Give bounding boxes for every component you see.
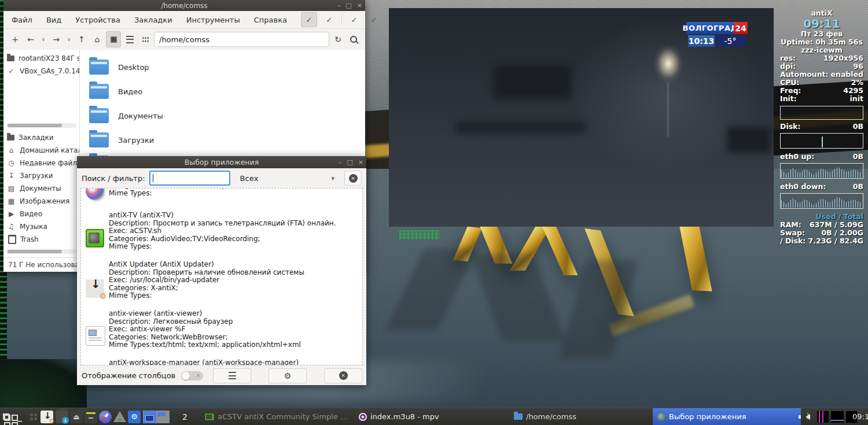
workspace-1-active[interactable] [144, 411, 156, 423]
place-home[interactable]: ⌂ Домашний каталог [3, 144, 79, 157]
new-tab-button[interactable]: + [8, 32, 22, 47]
launcher-screenshot[interactable] [84, 408, 97, 425]
conky-disk-value: 0B [853, 123, 863, 131]
back-button[interactable]: ← [24, 32, 38, 47]
up-button[interactable]: ↑ [75, 32, 89, 47]
dialog-maximize-button[interactable]: □ [347, 158, 352, 166]
device-item-vbox[interactable]: ✓ VBox_GAs_7.0.14 51 [3, 65, 79, 77]
mpv-video-window[interactable]: ВОЛГОГРАД 24 10:13 -5° [389, 8, 774, 227]
path-input[interactable] [154, 32, 329, 47]
list-view-button[interactable] [123, 32, 137, 47]
network-monitor[interactable] [831, 408, 844, 425]
task-acstv[interactable]: aCSTV antiX Community Simple TV Стартер [200, 408, 355, 425]
launcher-browser[interactable] [99, 408, 112, 425]
folder-row-documents[interactable]: Документы [89, 104, 163, 127]
back-history-dropdown[interactable]: ∨ [39, 32, 47, 47]
sidebar-scrollbar-bottom[interactable] [6, 249, 76, 254]
view-toggle-4[interactable]: ✓ [366, 13, 381, 27]
cpu-monitor[interactable] [817, 408, 829, 425]
task-mpv[interactable]: index.m3u8 - mpv [354, 408, 473, 425]
window-list-button[interactable] [30, 408, 37, 425]
menu-help[interactable]: Справка [254, 16, 287, 24]
folder-row-desktop[interactable]: Desktop [89, 56, 149, 79]
dialog-titlebar[interactable]: Выбор приложения – □ × [77, 156, 366, 168]
launcher-control-centre[interactable]: ⚙ [128, 408, 141, 425]
columns-toggle-label: Отображение столбцов [82, 371, 175, 380]
list-item-antix-tv[interactable]: antiX-TV (antiX-TV) Description: Просмот… [86, 212, 360, 251]
viewer-icon [86, 326, 105, 346]
video-icon: ▶ [7, 210, 16, 218]
list-item-antix-viewer[interactable]: antix-viewer (antix-viewer) Description:… [86, 310, 360, 349]
folder-row-downloads[interactable]: Загрузки [89, 128, 154, 151]
item-description: Description: Легковесный браузер [109, 318, 360, 326]
place-music[interactable]: ♫ Музыка [3, 220, 79, 233]
menu-view[interactable]: Вид [46, 16, 61, 24]
place-trash[interactable]: Trash [3, 233, 79, 246]
speaker-icon [806, 414, 810, 420]
place-bookmarks[interactable]: Закладки [3, 131, 79, 144]
device-item-root[interactable]: rootantiX23 84Г sda1 [3, 52, 79, 65]
menu-button[interactable] [213, 368, 251, 383]
clear-search-button[interactable]: × [344, 171, 362, 186]
forward-history-dropdown[interactable]: ∨ [65, 32, 73, 47]
search-button[interactable] [347, 32, 361, 47]
menu-file[interactable]: Файл [12, 16, 32, 24]
view-toggle-2[interactable]: ✓ [322, 13, 337, 27]
search-input[interactable] [149, 171, 230, 186]
conky-rootdisk-label: / Disk: [780, 237, 806, 245]
place-label: Документы [20, 184, 61, 193]
maximize-button[interactable]: □ [345, 2, 351, 9]
home-icon: ⌂ [7, 146, 16, 154]
place-documents[interactable]: ▤ Документы [3, 182, 79, 195]
menu-grid-icon [4, 415, 10, 421]
view-toggle-3[interactable]: ✓ [347, 13, 362, 27]
launcher-package-installer[interactable] [56, 408, 68, 425]
refresh-button[interactable]: ↻ [331, 32, 345, 47]
folder-label: Desktop [118, 63, 149, 72]
compact-view-button[interactable] [138, 32, 152, 47]
conky-widget: antiX 09:11 Пт 23 фев Uptime: 0h 35m 56s… [780, 9, 863, 245]
volume-button[interactable] [806, 408, 810, 425]
menu-tools[interactable]: Инструменты [186, 16, 240, 24]
menu-devices[interactable]: Устройства [75, 16, 120, 24]
place-pictures[interactable]: ▦ Изображения [3, 195, 79, 208]
menu-bookmarks[interactable]: Закладки [134, 16, 172, 24]
filter-selected-value: Всех [240, 174, 259, 183]
workspace-2[interactable] [156, 411, 169, 423]
dialog-close-button[interactable]: × [358, 158, 363, 166]
task-app-chooser-active[interactable]: Выбор приложения [653, 408, 801, 425]
sidebar-scrollbar-top[interactable] [6, 123, 76, 128]
launcher-updater[interactable] [41, 408, 53, 425]
item-categories: Categories: AudioVideo;TV;VideoRecording… [109, 235, 360, 243]
file-manager-titlebar[interactable]: /home/comss – □ × [3, 0, 365, 11]
application-list[interactable]: Categories: AudioVideo;Audio;Equaliser; … [80, 188, 363, 365]
workspace-switcher[interactable] [143, 408, 170, 425]
list-item-workspace-manager[interactable]: antiX-workspace-manager (antiX-workspace… [86, 359, 360, 365]
forward-button[interactable]: → [49, 32, 63, 47]
app-menu-button[interactable] [3, 408, 9, 425]
show-desktop-button[interactable]: _ [17, 408, 22, 425]
launcher-mountain-app[interactable] [113, 408, 126, 425]
filter-dropdown[interactable]: Всех ▾ [234, 171, 340, 185]
columns-toggle-switch[interactable]: × [181, 371, 203, 380]
close-button[interactable]: × [357, 2, 362, 9]
tv-icon [86, 229, 104, 247]
home-button[interactable]: ⌂ [90, 32, 104, 47]
place-videos[interactable]: ▶ Видео [3, 208, 79, 220]
task-file-manager[interactable]: /home/comss [509, 408, 652, 425]
view-toggle-1-checked[interactable]: ✓ [301, 12, 317, 27]
conky-eth-up-value: 0B [853, 153, 863, 161]
minimize-button[interactable]: – [337, 2, 341, 9]
list-item-equalizer[interactable]: Categories: AudioVideo;Audio;Equaliser; … [86, 188, 360, 197]
folder-row-video[interactable]: Видео [89, 80, 142, 103]
dialog-minimize-button[interactable]: – [339, 158, 342, 166]
dialog-quit-button[interactable]: × [324, 368, 362, 383]
place-recent[interactable]: ◷ Недавние файлы [3, 157, 79, 169]
settings-button[interactable]: ⚙ [269, 368, 307, 383]
channel-city-badge: ВОЛГОГРАД [686, 22, 734, 34]
desktop-button[interactable] [106, 31, 121, 47]
place-downloads[interactable]: ↧ Загрузки [3, 169, 79, 182]
launcher-eject[interactable]: ⏏ [70, 408, 83, 425]
list-item-antix-updater[interactable]: AntiX Updater (AntiX Updater) Descriptio… [86, 261, 360, 300]
folder-label: Документы [118, 112, 163, 120]
